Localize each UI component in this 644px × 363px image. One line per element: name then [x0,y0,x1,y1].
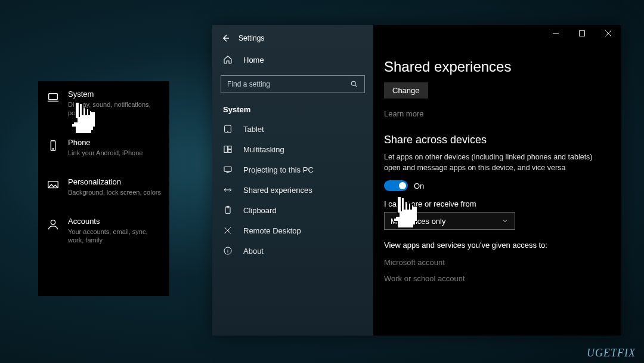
category-title: Accounts [68,217,161,226]
svg-point-2 [52,148,53,149]
category-subtitle: Link your Android, iPhone [68,149,143,157]
nav-label: Shared experiences [243,186,312,195]
svg-point-4 [51,220,55,224]
home-label: Home [243,56,264,64]
learn-more-link[interactable]: Learn more [384,109,611,118]
dropdown-value: My devices only [391,217,445,226]
sidebar-category-header: System [212,101,373,119]
remote-desktop-icon [223,226,233,235]
toggle-label: On [414,182,424,190]
close-button[interactable] [595,25,621,42]
sidebar-item-shared-experiences[interactable]: Shared experiences [212,180,373,200]
sidebar-home[interactable]: Home [212,49,373,70]
home-icon [223,55,233,64]
svg-rect-15 [580,31,585,36]
accounts-icon [47,218,60,231]
sidebar-item-about[interactable]: About [212,241,373,261]
sidebar-item-projecting[interactable]: Projecting to this PC [212,159,373,180]
category-accounts[interactable]: Accounts Your accounts, email, sync, wor… [47,217,161,245]
receive-from-label: I can share or receive from [384,199,611,208]
microsoft-account-link[interactable]: Microsoft account [384,258,611,267]
share-across-desc: Let apps on other devices (including lin… [384,152,611,173]
category-title: System [68,90,161,99]
category-system[interactable]: System Display, sound, notifications, po… [47,90,161,118]
svg-point-7 [227,131,228,131]
svg-point-5 [351,81,355,85]
minimize-button[interactable] [543,25,569,42]
view-apps-label: View apps and services you've given acce… [384,241,611,250]
category-subtitle: Your accounts, email, sync, work, family [68,227,161,245]
category-title: Phone [68,138,143,147]
watermark: UGETFIX [587,347,636,359]
nav-label: Clipboard [243,206,277,215]
window-controls [543,25,621,42]
laptop-icon [47,91,60,104]
tablet-icon [223,124,233,134]
nav-label: Projecting to this PC [243,165,314,174]
work-account-link[interactable]: Work or school account [384,274,611,283]
settings-categories-panel: System Display, sound, notifications, po… [38,81,169,296]
sidebar-item-tablet[interactable]: Tablet [212,119,373,139]
change-button[interactable]: Change [384,82,428,99]
maximize-button[interactable] [569,25,595,42]
personalization-icon [47,179,60,192]
nav-label: Tablet [243,125,264,134]
settings-sidebar: Settings Home Find a setting System Tabl… [212,25,373,336]
about-icon [223,246,233,256]
chevron-down-icon [501,217,509,224]
sidebar-item-multitasking[interactable]: Multitasking [212,139,373,159]
shared-experiences-icon [223,185,233,195]
clipboard-icon [223,205,233,215]
category-title: Personalization [68,177,161,186]
nav-label: Remote Desktop [243,226,301,235]
back-button[interactable] [221,33,230,43]
search-input[interactable]: Find a setting [221,75,365,93]
search-placeholder: Find a setting [227,80,270,88]
svg-rect-9 [228,146,231,149]
projecting-icon [223,165,233,174]
sidebar-item-remote-desktop[interactable]: Remote Desktop [212,220,373,241]
category-personalization[interactable]: Personalization Background, lock screen,… [47,177,161,196]
svg-rect-10 [228,150,231,153]
svg-rect-0 [49,94,58,100]
multitasking-icon [223,144,233,154]
share-toggle[interactable] [384,180,408,191]
sidebar-item-clipboard[interactable]: Clipboard [212,200,373,220]
nav-label: Multitasking [243,145,284,154]
settings-window: Settings Home Find a setting System Tabl… [212,25,621,336]
category-subtitle: Display, sound, notifications, power [68,100,161,118]
category-subtitle: Background, lock screen, colors [68,188,161,196]
svg-rect-8 [224,146,227,153]
svg-rect-11 [224,167,231,171]
search-icon [350,80,358,88]
nav-label: About [243,247,264,256]
page-title: Shared experiences [384,59,611,75]
phone-icon [47,139,60,152]
share-across-title: Share across devices [384,134,611,146]
receive-from-dropdown[interactable]: My devices only [384,212,515,230]
window-title: Settings [239,34,264,42]
settings-content: Shared experiences Change Learn more Sha… [373,25,621,336]
category-phone[interactable]: Phone Link your Android, iPhone [47,138,161,157]
